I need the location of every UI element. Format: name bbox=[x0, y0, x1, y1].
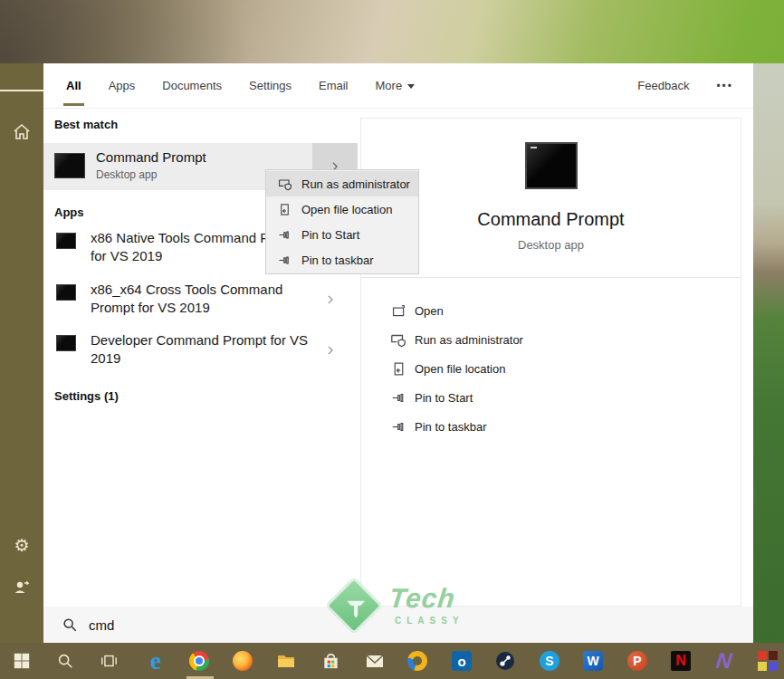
tab-documents[interactable]: Documents bbox=[162, 79, 222, 92]
chevron-right-icon[interactable] bbox=[324, 344, 337, 357]
run-as-admin-icon bbox=[390, 331, 406, 348]
search-left-rail: ⚙ bbox=[0, 63, 43, 643]
taskbar-search-button[interactable] bbox=[53, 648, 78, 674]
search-flyout-window: All Apps Documents Settings Email More F… bbox=[43, 63, 753, 643]
app-result-title: Developer Command Prompt for VS 2019 bbox=[91, 331, 317, 368]
action-label: Pin to Start bbox=[415, 391, 473, 405]
tab-email[interactable]: Email bbox=[319, 79, 349, 92]
divider bbox=[361, 277, 741, 278]
taskbar-chrome-icon[interactable] bbox=[186, 648, 212, 674]
home-icon[interactable] bbox=[0, 120, 43, 145]
hamburger-menu-icon[interactable] bbox=[0, 78, 43, 103]
taskbar-firefox-icon[interactable] bbox=[230, 648, 255, 674]
app-result-title: x86_x64 Cross Tools Command Prompt for V… bbox=[91, 281, 317, 317]
mail-envelope-icon bbox=[365, 651, 385, 671]
open-file-location-icon bbox=[390, 360, 406, 377]
taskbar-mail-icon[interactable] bbox=[362, 648, 387, 674]
menu-item-label: Run as administrator bbox=[301, 177, 410, 191]
tab-settings[interactable]: Settings bbox=[249, 79, 292, 92]
action-open[interactable]: Open bbox=[361, 296, 741, 325]
search-icon bbox=[56, 652, 74, 670]
taskbar-powerpoint-icon[interactable]: P bbox=[625, 648, 650, 674]
menu-item-label: Open file location bbox=[301, 203, 392, 216]
tab-apps[interactable]: Apps bbox=[109, 79, 136, 92]
action-open-file-location[interactable]: Open file location bbox=[361, 354, 741, 383]
taskbar-netflix-icon[interactable]: N bbox=[668, 648, 693, 674]
command-prompt-icon bbox=[54, 153, 85, 178]
best-match-title: Command Prompt bbox=[96, 149, 206, 165]
command-prompt-icon bbox=[56, 284, 76, 301]
best-match-header: Best match bbox=[54, 118, 118, 131]
menu-item-open-file-location[interactable]: Open file location bbox=[266, 196, 418, 222]
app-result-x86-x64-cross[interactable]: x86_x64 Cross Tools Command Prompt for V… bbox=[43, 281, 358, 330]
command-prompt-large-icon bbox=[525, 142, 578, 189]
windows-logo-icon bbox=[13, 652, 31, 670]
action-label: Pin to taskbar bbox=[415, 420, 487, 434]
search-box bbox=[43, 607, 753, 643]
settings-header: Settings (1) bbox=[54, 389, 119, 403]
task-view-icon bbox=[100, 652, 118, 670]
taskbar-steam-icon[interactable] bbox=[492, 648, 518, 674]
menu-item-label: Pin to Start bbox=[301, 228, 359, 242]
taskbar-edge-icon[interactable]: e bbox=[143, 648, 168, 674]
taskbar-file-explorer-icon[interactable] bbox=[273, 648, 299, 674]
search-icon bbox=[62, 617, 78, 633]
apps-header: Apps bbox=[54, 206, 84, 219]
taskbar-outlook-icon[interactable]: o bbox=[449, 648, 474, 674]
feedback-button[interactable]: Feedback bbox=[637, 79, 689, 92]
folder-icon bbox=[276, 651, 296, 671]
menu-item-pin-to-taskbar[interactable]: Pin to taskbar bbox=[266, 247, 418, 273]
search-input[interactable] bbox=[87, 617, 362, 634]
command-prompt-icon bbox=[56, 233, 76, 249]
best-match-subtitle: Desktop app bbox=[96, 168, 157, 181]
tab-more[interactable]: More bbox=[376, 79, 416, 92]
store-bag-icon bbox=[321, 652, 340, 671]
pin-icon bbox=[277, 227, 292, 243]
taskbar-app-grid-icon[interactable] bbox=[755, 648, 780, 674]
action-pin-to-taskbar[interactable]: Pin to taskbar bbox=[361, 412, 741, 441]
menu-item-run-as-administrator[interactable]: Run as administrator bbox=[266, 171, 418, 196]
colored-squares-icon bbox=[758, 651, 778, 671]
action-run-as-administrator[interactable]: Run as administrator bbox=[361, 325, 741, 354]
action-label: Open file location bbox=[415, 362, 505, 376]
search-filter-tabs: All Apps Documents Settings Email More F… bbox=[43, 63, 753, 109]
taskbar-store-icon[interactable] bbox=[318, 648, 343, 674]
open-file-location-icon bbox=[277, 202, 292, 217]
action-label: Run as administrator bbox=[415, 333, 523, 347]
open-icon bbox=[390, 302, 406, 319]
desktop-wallpaper-strip bbox=[753, 63, 784, 643]
app-result-developer-prompt[interactable]: Developer Command Prompt for VS 2019 bbox=[43, 331, 358, 380]
action-label: Open bbox=[415, 304, 444, 318]
menu-item-pin-to-start[interactable]: Pin to Start bbox=[266, 222, 418, 247]
taskbar-sync-app-icon[interactable] bbox=[405, 648, 430, 674]
command-prompt-icon bbox=[56, 335, 76, 351]
action-pin-to-start[interactable]: Pin to Start bbox=[361, 383, 741, 412]
chevron-right-icon[interactable] bbox=[324, 293, 337, 306]
pin-icon bbox=[390, 389, 406, 406]
steam-icon bbox=[495, 651, 515, 671]
pin-icon bbox=[390, 418, 406, 435]
context-menu: Run as administrator Open file location … bbox=[265, 169, 419, 274]
taskbar-task-view-button[interactable] bbox=[96, 648, 121, 674]
taskbar: e o S W P N N bbox=[0, 643, 784, 679]
taskbar-start-button[interactable] bbox=[9, 648, 34, 674]
taskbar-skype-icon[interactable]: S bbox=[537, 648, 562, 674]
chevron-down-icon bbox=[407, 84, 415, 89]
taskbar-visual-studio-icon[interactable]: N bbox=[712, 648, 737, 674]
overflow-menu-icon[interactable]: ••• bbox=[716, 80, 733, 92]
pin-icon bbox=[277, 253, 292, 268]
tab-all[interactable]: All bbox=[66, 79, 81, 92]
taskbar-word-icon[interactable]: W bbox=[580, 648, 606, 674]
run-as-admin-icon bbox=[277, 177, 292, 192]
menu-item-label: Pin to taskbar bbox=[301, 253, 374, 267]
gear-icon[interactable]: ⚙ bbox=[0, 532, 43, 558]
accounts-icon[interactable] bbox=[0, 575, 43, 600]
